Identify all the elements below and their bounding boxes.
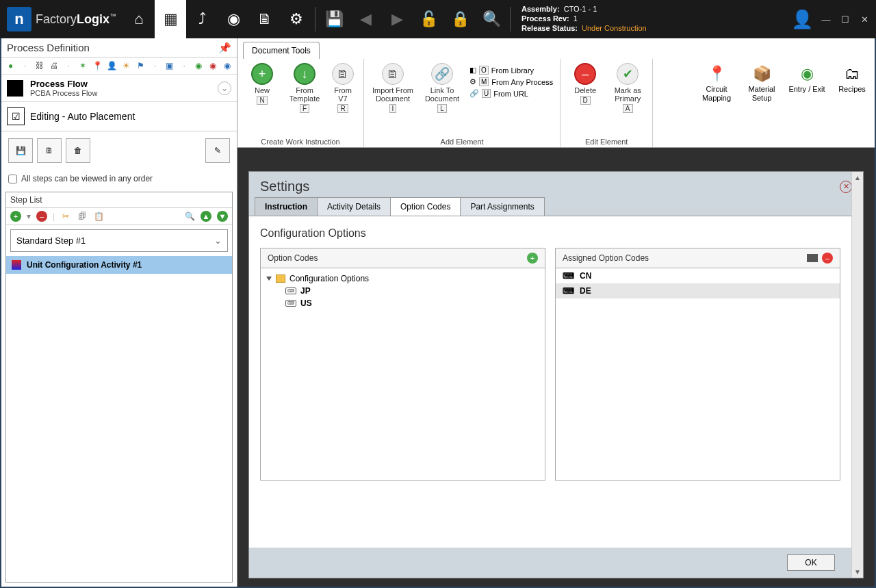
step-list: Step List + ▾ – | ✂ 🗐 📋 🔍 ▲ ▼ Standard S… bbox=[5, 192, 233, 583]
chevron-down2-icon: ⌄ bbox=[214, 235, 222, 246]
ribbon-right: 📍Circuit Mapping 📦Material Setup ◉Entry … bbox=[694, 59, 875, 147]
step-item[interactable]: Unit Configuration Activity #1 bbox=[6, 256, 232, 274]
scroll-down-icon[interactable]: ▼ bbox=[852, 566, 863, 578]
step-select[interactable]: Standard Step #1 ⌄ bbox=[10, 229, 228, 252]
tab-instruction[interactable]: Instruction bbox=[255, 197, 318, 216]
save-as-button[interactable]: 🗎 bbox=[37, 138, 62, 163]
tree-item-us[interactable]: ⌨US bbox=[266, 297, 539, 309]
option-codes-header: Option Codes bbox=[268, 253, 318, 263]
info-icon[interactable]: ◉ bbox=[222, 60, 233, 71]
any-order-checkbox[interactable] bbox=[8, 175, 17, 183]
zoom-icon[interactable]: 🔍 bbox=[184, 211, 195, 222]
from-library-link[interactable]: ◧OFrom Library bbox=[469, 66, 553, 75]
ok-button[interactable]: OK bbox=[787, 554, 835, 571]
tab-activity-details[interactable]: Activity Details bbox=[317, 197, 391, 216]
folder-icon bbox=[276, 274, 285, 283]
tree-root[interactable]: Configuration Options bbox=[266, 272, 539, 285]
import-button[interactable]: 🗎 Import From Document I bbox=[371, 63, 415, 136]
scrollbar[interactable]: ▲ ▼ bbox=[851, 172, 863, 578]
close-window-icon[interactable]: ✕ bbox=[858, 13, 871, 25]
unlock-icon[interactable]: 🔓 bbox=[413, 0, 444, 38]
status-value: Under Construction bbox=[582, 24, 647, 32]
from-template-button[interactable]: ↓ From Template F bbox=[287, 63, 322, 136]
tree-root-label: Configuration Options bbox=[289, 274, 369, 283]
circuit-mapping-button[interactable]: 📍Circuit Mapping bbox=[694, 59, 739, 147]
dot-icon[interactable]: · bbox=[20, 60, 30, 71]
tab-option-codes[interactable]: Option Codes bbox=[390, 197, 461, 216]
pin-icon[interactable]: 📌 bbox=[218, 42, 231, 54]
assembly-label: Assembly: bbox=[521, 5, 560, 13]
ribbon-group-create: + New N ↓ From Template F 🗎 From V7 R bbox=[237, 59, 364, 147]
grid-edit-icon[interactable]: ▦ bbox=[155, 0, 186, 38]
assigned-item-cn[interactable]: ⌨CN bbox=[556, 268, 840, 283]
process-flow-title: Process Flow bbox=[30, 79, 97, 89]
delete-element-button[interactable]: – Delete D bbox=[567, 63, 603, 136]
print-icon[interactable]: 🖨 bbox=[49, 60, 59, 71]
back-icon[interactable]: ◀ bbox=[350, 0, 381, 38]
no-icon[interactable]: ◉ bbox=[208, 60, 218, 71]
save-button[interactable]: 💾 bbox=[8, 138, 33, 163]
maximize-icon[interactable]: ☐ bbox=[839, 13, 851, 25]
tree-item-jp[interactable]: ⌨JP bbox=[266, 285, 539, 297]
dot4-icon[interactable]: · bbox=[179, 60, 190, 71]
scroll-up-icon[interactable]: ▲ bbox=[852, 172, 863, 183]
brand-suffix: Logix bbox=[77, 12, 110, 26]
mark-primary-button[interactable]: ✔ Mark as Primary A bbox=[610, 63, 645, 136]
option-tree: Configuration Options ⌨JP ⌨US bbox=[261, 268, 545, 314]
tab-document-tools[interactable]: Document Tools bbox=[243, 42, 320, 59]
close-icon[interactable]: ✕ bbox=[840, 181, 852, 193]
lock-icon[interactable]: 🔒 bbox=[444, 0, 476, 38]
tab-part-assignments[interactable]: Part Assignments bbox=[460, 197, 544, 216]
from-url-link[interactable]: 🔗UFrom URL bbox=[469, 89, 553, 98]
section-title: Configuration Options bbox=[260, 227, 840, 240]
box-icon: 📦 bbox=[751, 63, 773, 85]
down-icon[interactable]: ▼ bbox=[217, 211, 228, 222]
remove-option-icon[interactable]: – bbox=[822, 253, 833, 264]
globe-icon[interactable]: ◉ bbox=[218, 0, 249, 38]
step-remove-icon[interactable]: – bbox=[36, 211, 47, 222]
any-order-row[interactable]: All steps can be viewed in any order bbox=[1, 170, 237, 188]
copy-icon[interactable]: 🗐 bbox=[77, 211, 88, 222]
dot2-icon[interactable]: · bbox=[64, 60, 74, 71]
export-icon[interactable]: ⤴ bbox=[186, 0, 218, 38]
recipes-button[interactable]: 🗂Recipes bbox=[829, 59, 875, 147]
save-icon[interactable]: 💾 bbox=[318, 0, 350, 38]
leaf-icon[interactable]: ✶ bbox=[78, 60, 88, 71]
user-icon[interactable]: 👤 bbox=[791, 9, 813, 30]
material-setup-button[interactable]: 📦Material Setup bbox=[739, 59, 784, 147]
inspect-icon[interactable]: 🔍 bbox=[476, 0, 507, 38]
grid-icon[interactable] bbox=[807, 254, 818, 262]
assigned-item-de[interactable]: ⌨DE bbox=[556, 283, 840, 298]
flag-icon[interactable]: ⚑ bbox=[136, 60, 146, 71]
edit-button[interactable]: ✎ bbox=[205, 138, 230, 163]
home-icon[interactable]: ⌂ bbox=[123, 0, 155, 38]
kbd-icon: ⌨ bbox=[563, 286, 574, 296]
document-icon[interactable]: 🗎 bbox=[249, 0, 281, 38]
delete-button[interactable]: 🗑 bbox=[66, 138, 90, 163]
new-button[interactable]: + New N bbox=[244, 63, 280, 136]
cut-icon[interactable]: ✂ bbox=[60, 211, 71, 222]
pin2-icon[interactable]: 📍 bbox=[92, 60, 103, 71]
expand-icon[interactable] bbox=[266, 277, 272, 281]
add-option-icon[interactable]: + bbox=[527, 253, 538, 264]
minimize-icon[interactable]: — bbox=[820, 13, 832, 25]
gear-icon[interactable]: ⚙ bbox=[281, 0, 312, 38]
stack-icon[interactable]: ▣ bbox=[164, 60, 175, 71]
settings-tabs: Instruction Activity Details Option Code… bbox=[249, 197, 863, 216]
user2-icon[interactable]: 👤 bbox=[107, 60, 117, 71]
paste-icon[interactable]: 📋 bbox=[93, 211, 104, 222]
up-icon[interactable]: ▲ bbox=[201, 211, 211, 222]
link-button[interactable]: 🔗 Link To Document L bbox=[422, 63, 463, 136]
chevron-down-icon[interactable]: ⌄ bbox=[218, 81, 231, 95]
entry-exit-button[interactable]: ◉Entry / Exit bbox=[784, 59, 829, 147]
add-icon[interactable]: ● bbox=[5, 60, 16, 71]
link-icon[interactable]: ⛓ bbox=[34, 60, 44, 71]
step-add-icon[interactable]: + bbox=[10, 211, 21, 222]
from-process-link[interactable]: ⚙MFrom Any Process bbox=[469, 77, 553, 86]
ok-icon[interactable]: ◉ bbox=[194, 60, 204, 71]
dot3-icon[interactable]: · bbox=[150, 60, 160, 71]
from-v7-button[interactable]: 🗎 From V7 R bbox=[329, 63, 357, 136]
process-flow-row[interactable]: Process Flow PCBA Process Flow ⌄ bbox=[1, 75, 237, 102]
sun-icon[interactable]: ☀ bbox=[121, 60, 131, 71]
forward-icon[interactable]: ▶ bbox=[381, 0, 413, 38]
